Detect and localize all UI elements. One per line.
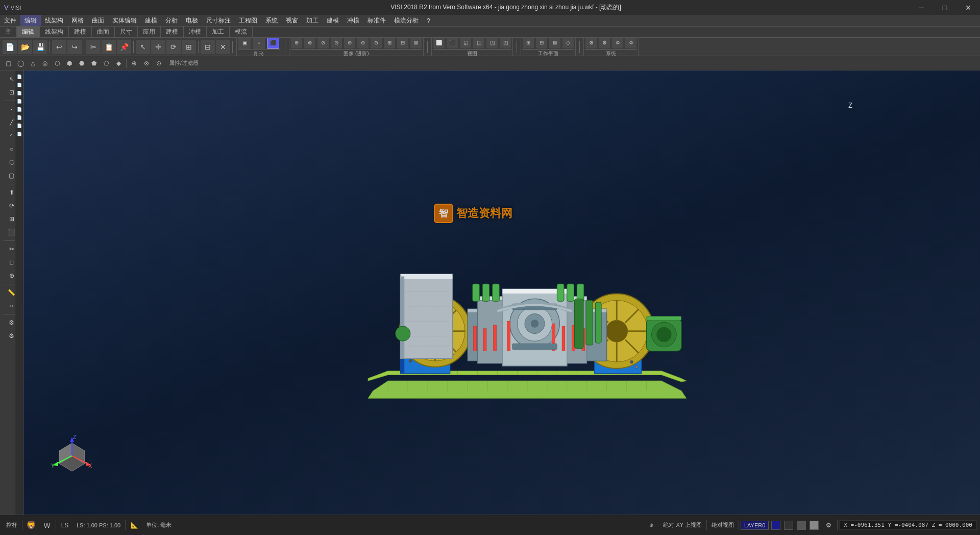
wp-btn-4[interactable]: ◇ xyxy=(562,38,574,48)
img-btn-7[interactable]: ⊝ xyxy=(371,38,382,48)
menu-wire[interactable]: 线架构 xyxy=(41,15,67,26)
main-viewport[interactable]: Z 智 智造资料网 xyxy=(23,70,980,515)
doc-btn-1[interactable]: 📄 xyxy=(16,73,23,80)
doc-btn-6[interactable]: 📄 xyxy=(16,114,23,121)
rotate-btn[interactable]: ⟳ xyxy=(166,40,181,54)
doc-btn-4[interactable]: 📄 xyxy=(16,98,23,105)
undo-btn[interactable]: ↩ xyxy=(52,40,66,54)
view-btn-2[interactable]: ⬛ xyxy=(447,38,458,48)
menu-solid[interactable]: 实体编辑 xyxy=(108,15,141,26)
view-btn-5[interactable]: ◳ xyxy=(486,38,498,48)
img-btn-3[interactable]: ⊘ xyxy=(317,38,329,48)
close-button[interactable]: ✕ xyxy=(957,0,980,15)
img-btn-5[interactable]: ⊛ xyxy=(344,38,355,48)
shape-box-btn[interactable]: ▣ xyxy=(238,38,251,49)
layer-badge[interactable]: LAYER0 xyxy=(741,521,769,530)
wp-btn-3[interactable]: ⊠ xyxy=(549,38,560,48)
restore-button[interactable]: □ xyxy=(933,0,957,15)
menu-surface[interactable]: 曲面 xyxy=(88,15,108,26)
img-btn-8[interactable]: ⊞ xyxy=(384,38,395,48)
menu-mold-flow[interactable]: 模流分析 xyxy=(390,15,423,26)
menu-standard[interactable]: 标准件 xyxy=(363,15,390,26)
copy-btn[interactable]: 📋 xyxy=(102,40,116,54)
small-btn-10[interactable]: ◆ xyxy=(113,58,124,69)
img-btn-6[interactable]: ⊜ xyxy=(357,38,369,48)
small-btn-3[interactable]: △ xyxy=(27,58,38,69)
menu-dimension[interactable]: 尺寸标注 xyxy=(202,15,235,26)
move-btn[interactable]: ✛ xyxy=(151,40,165,54)
menu-mesh[interactable]: 网格 xyxy=(67,15,88,26)
img-btn-2[interactable]: ⊗ xyxy=(304,38,315,48)
small-btn-9[interactable]: ⬠ xyxy=(101,58,112,69)
tab-moldflow[interactable]: 模流 xyxy=(230,27,253,37)
tab-build[interactable]: 建模 xyxy=(161,27,184,37)
doc-btn-5[interactable]: 📄 xyxy=(16,106,23,113)
doc-btn-8[interactable]: 📄 xyxy=(16,130,23,137)
small-btn-11[interactable]: ⊕ xyxy=(129,58,140,69)
cut-btn[interactable]: ✂ xyxy=(86,40,101,54)
sys-btn-2[interactable]: ⚙ xyxy=(599,38,610,48)
status-ls-btn[interactable]: LS xyxy=(58,518,72,532)
units-icon[interactable]: 📐 xyxy=(127,518,141,532)
doc-btn-3[interactable]: 📄 xyxy=(16,89,23,96)
redo-btn[interactable]: ↪ xyxy=(67,40,82,54)
status-icon-1[interactable]: 🦁 xyxy=(24,518,38,532)
menu-system[interactable]: 系统 xyxy=(261,15,282,26)
view-xy-btn[interactable]: ⊕ xyxy=(644,518,658,532)
small-btn-2[interactable]: ◯ xyxy=(15,58,26,69)
view-btn-6[interactable]: ◰ xyxy=(500,38,511,48)
tab-surface[interactable]: 曲面 xyxy=(92,27,115,37)
small-btn-7[interactable]: ⬣ xyxy=(76,58,87,69)
tab-die[interactable]: 冲模 xyxy=(184,27,207,37)
select-btn[interactable]: ↖ xyxy=(136,40,150,54)
tab-edit[interactable]: 编辑 xyxy=(17,27,40,37)
small-btn-5[interactable]: ⬡ xyxy=(52,58,63,69)
wp-btn-2[interactable]: ⊟ xyxy=(536,38,547,48)
tab-apply[interactable]: 应用 xyxy=(138,27,161,37)
tab-machining[interactable]: 加工 xyxy=(207,27,230,37)
minimize-button[interactable]: ─ xyxy=(910,0,933,15)
sys-btn-3[interactable]: ⚙ xyxy=(612,38,623,48)
tab-modeling[interactable]: 建模 xyxy=(69,27,92,37)
menu-modeling[interactable]: 建模 xyxy=(141,15,161,26)
menu-electrode[interactable]: 电极 xyxy=(182,15,202,26)
img-btn-9[interactable]: ⊟ xyxy=(397,38,408,48)
doc-btn-2[interactable]: 📄 xyxy=(16,81,23,88)
small-btn-6[interactable]: ⬢ xyxy=(64,58,75,69)
status-icon-2[interactable]: W xyxy=(40,518,54,532)
menu-analysis[interactable]: 分析 xyxy=(161,15,182,26)
small-btn-12[interactable]: ⊗ xyxy=(141,58,152,69)
save-btn[interactable]: 💾 xyxy=(33,40,47,54)
img-btn-1[interactable]: ⊕ xyxy=(291,38,302,48)
menu-file[interactable]: 文件 xyxy=(0,15,20,26)
tab-main[interactable]: 主 xyxy=(0,27,17,37)
tab-dimension[interactable]: 尺寸 xyxy=(115,27,138,37)
menu-machining[interactable]: 加工 xyxy=(302,15,323,26)
doc-btn-7[interactable]: 📄 xyxy=(16,122,23,129)
small-btn-1[interactable]: ▢ xyxy=(3,58,14,69)
view-btn-4[interactable]: ◲ xyxy=(473,38,484,48)
tab-wireframe[interactable]: 线架构 xyxy=(40,27,69,37)
sys-btn-1[interactable]: ⚙ xyxy=(585,38,597,48)
small-btn-8[interactable]: ⬟ xyxy=(88,58,100,69)
menu-die[interactable]: 冲模 xyxy=(343,15,363,26)
small-btn-13[interactable]: ⊙ xyxy=(153,58,164,69)
img-btn-4[interactable]: ⊙ xyxy=(331,38,342,48)
view-btn-3[interactable]: ◱ xyxy=(460,38,471,48)
layer-settings-btn[interactable]: ⚙ xyxy=(821,518,836,532)
delete-btn[interactable]: ✕ xyxy=(216,40,230,54)
menu-edit[interactable]: 编辑 xyxy=(20,15,41,26)
menu-drawing[interactable]: 工程图 xyxy=(235,15,261,26)
open-btn[interactable]: 📂 xyxy=(18,40,32,54)
new-btn[interactable]: 📄 xyxy=(3,40,17,54)
wp-btn-1[interactable]: ⊞ xyxy=(523,38,534,48)
paste-btn[interactable]: 📌 xyxy=(117,40,131,54)
img-btn-10[interactable]: ⊠ xyxy=(410,38,422,48)
menu-modeling2[interactable]: 建模 xyxy=(323,15,343,26)
shape-active-btn[interactable]: ⬛ xyxy=(267,38,279,49)
scale-btn[interactable]: ⊞ xyxy=(182,40,196,54)
small-btn-4[interactable]: ◎ xyxy=(39,58,51,69)
shape-sphere-btn[interactable]: ○ xyxy=(253,38,265,49)
sys-btn-4[interactable]: ⚙ xyxy=(625,38,636,48)
menu-view[interactable]: 视窗 xyxy=(282,15,302,26)
